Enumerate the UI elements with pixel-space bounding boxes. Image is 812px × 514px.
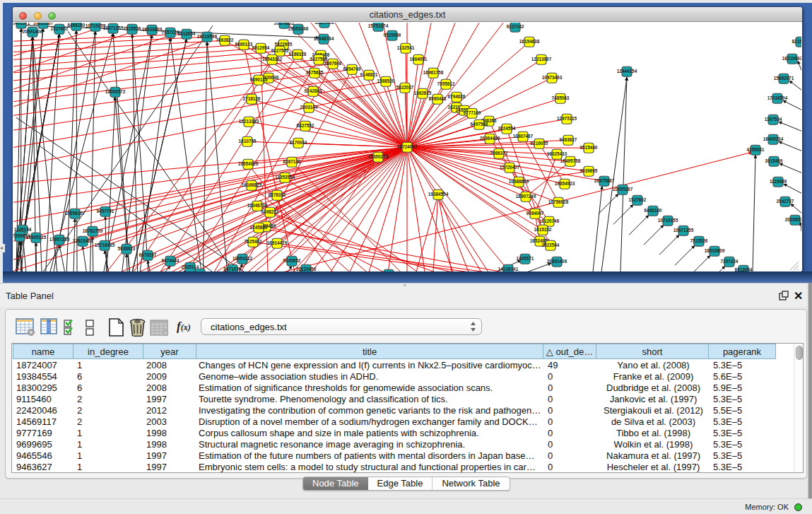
svg-text:12213967: 12213967 bbox=[531, 57, 552, 62]
svg-text:8660123: 8660123 bbox=[235, 42, 253, 47]
svg-text:6466160: 6466160 bbox=[68, 23, 86, 28]
svg-text:9039695: 9039695 bbox=[580, 168, 598, 173]
svg-text:25300275: 25300275 bbox=[368, 154, 389, 159]
svg-text:1167534: 1167534 bbox=[765, 117, 782, 122]
svg-text:7986372: 7986372 bbox=[490, 151, 508, 156]
svg-text:20691406: 20691406 bbox=[23, 29, 43, 34]
svg-text:15720407: 15720407 bbox=[500, 165, 520, 170]
svg-text:7625402: 7625402 bbox=[245, 239, 262, 244]
svg-text:1115689: 1115689 bbox=[770, 179, 787, 184]
svg-text:9242843: 9242843 bbox=[305, 88, 322, 93]
svg-text:5938923: 5938923 bbox=[118, 246, 136, 251]
svg-text:16961758: 16961758 bbox=[423, 70, 444, 75]
svg-text:17016504: 17016504 bbox=[767, 95, 788, 100]
svg-text:15692971: 15692971 bbox=[774, 76, 794, 81]
svg-text:2942737: 2942737 bbox=[777, 199, 794, 204]
svg-text:19166825: 19166825 bbox=[242, 182, 262, 187]
svg-text:9327505: 9327505 bbox=[271, 48, 289, 53]
svg-text:9474444: 9474444 bbox=[162, 258, 180, 263]
svg-text:12905135: 12905135 bbox=[26, 235, 47, 240]
svg-text:1362615: 1362615 bbox=[414, 90, 432, 95]
svg-text:1615152: 1615152 bbox=[534, 227, 552, 232]
svg-text:7663822: 7663822 bbox=[216, 37, 234, 42]
svg-text:9227342: 9227342 bbox=[507, 24, 524, 29]
svg-text:8990448: 8990448 bbox=[429, 96, 447, 101]
svg-text:10973493: 10973493 bbox=[542, 75, 563, 80]
svg-text:3675685: 3675685 bbox=[306, 70, 324, 75]
svg-text:8186328: 8186328 bbox=[289, 52, 307, 57]
svg-text:10046738: 10046738 bbox=[247, 203, 268, 208]
svg-text:16154838: 16154838 bbox=[519, 39, 540, 44]
svg-text:10807487: 10807487 bbox=[513, 134, 534, 139]
svg-text:7955812: 7955812 bbox=[437, 81, 455, 86]
svg-text:16033809: 16033809 bbox=[142, 27, 163, 32]
svg-text:12975115: 12975115 bbox=[557, 116, 577, 121]
svg-text:9515440: 9515440 bbox=[580, 145, 598, 150]
svg-text:4355061: 4355061 bbox=[747, 147, 765, 152]
svg-text:16409234: 16409234 bbox=[763, 136, 784, 141]
svg-text:10655267: 10655267 bbox=[613, 187, 633, 192]
svg-text:20876822: 20876822 bbox=[274, 23, 295, 25]
svg-text:6498222: 6498222 bbox=[261, 209, 279, 214]
svg-text:16543362: 16543362 bbox=[262, 57, 283, 62]
svg-text:18907249: 18907249 bbox=[516, 194, 536, 199]
svg-text:10958107: 10958107 bbox=[65, 211, 86, 216]
svg-text:8878332: 8878332 bbox=[269, 192, 286, 197]
svg-text:9777169: 9777169 bbox=[464, 110, 481, 115]
svg-text:10719155: 10719155 bbox=[658, 218, 678, 223]
svg-text:1527602: 1527602 bbox=[51, 26, 69, 31]
svg-text:8813054: 8813054 bbox=[178, 31, 196, 36]
svg-text:10025433: 10025433 bbox=[547, 151, 567, 156]
svg-text:6466160: 6466160 bbox=[645, 208, 662, 213]
svg-text:12444154: 12444154 bbox=[617, 69, 637, 74]
svg-text:9146821: 9146821 bbox=[360, 72, 378, 77]
svg-text:10688609: 10688609 bbox=[509, 179, 529, 184]
svg-text:16210643: 16210643 bbox=[782, 56, 801, 61]
svg-text:12923468: 12923468 bbox=[73, 238, 93, 243]
svg-text:6216055: 6216055 bbox=[531, 141, 548, 146]
svg-text:8912954: 8912954 bbox=[252, 45, 270, 50]
svg-text:8454749: 8454749 bbox=[343, 66, 361, 71]
svg-text:10655267: 10655267 bbox=[33, 23, 54, 25]
svg-text:7357224: 7357224 bbox=[721, 259, 739, 264]
svg-text:1610755: 1610755 bbox=[239, 139, 257, 144]
svg-text:1527602: 1527602 bbox=[629, 197, 647, 202]
svg-text:10654112: 10654112 bbox=[233, 256, 253, 261]
svg-text:10671355: 10671355 bbox=[103, 25, 124, 30]
svg-text:11353594: 11353594 bbox=[275, 175, 295, 180]
svg-text:15751074: 15751074 bbox=[368, 23, 389, 28]
svg-text:12093572: 12093572 bbox=[105, 89, 126, 94]
svg-text:18724007: 18724007 bbox=[397, 144, 418, 149]
svg-text:8215953: 8215953 bbox=[792, 39, 801, 44]
svg-text:6497568: 6497568 bbox=[471, 122, 488, 127]
svg-text:20691406: 20691406 bbox=[547, 259, 567, 264]
svg-text:8267130: 8267130 bbox=[283, 159, 301, 164]
svg-text:1405571: 1405571 bbox=[517, 256, 534, 261]
svg-text:1664091: 1664091 bbox=[410, 57, 428, 62]
svg-text:16495758: 16495758 bbox=[560, 158, 581, 163]
svg-text:29053346: 29053346 bbox=[288, 26, 309, 31]
svg-text:9457791: 9457791 bbox=[97, 209, 114, 214]
svg-text:20206576: 20206576 bbox=[785, 217, 801, 222]
svg-text:8827552: 8827552 bbox=[297, 123, 314, 128]
svg-text:9529966: 9529966 bbox=[384, 33, 401, 37]
svg-text:10648784: 10648784 bbox=[314, 36, 334, 41]
svg-text:1588520: 1588520 bbox=[377, 78, 395, 83]
svg-text:2803144: 2803144 bbox=[300, 105, 318, 110]
svg-text:9245652: 9245652 bbox=[283, 258, 301, 263]
svg-text:2522544: 2522544 bbox=[542, 243, 560, 247]
svg-text:3915489: 3915489 bbox=[765, 158, 783, 163]
svg-text:6794028: 6794028 bbox=[448, 94, 466, 99]
svg-text:7485063: 7485063 bbox=[552, 95, 570, 100]
svg-text:2718126: 2718126 bbox=[243, 96, 261, 101]
svg-text:15716485: 15716485 bbox=[95, 243, 115, 247]
svg-text:11123456: 11123456 bbox=[314, 23, 334, 25]
svg-text:19384554: 19384554 bbox=[428, 192, 449, 197]
svg-text:12213383: 12213383 bbox=[239, 119, 259, 124]
svg-text:3824554: 3824554 bbox=[498, 126, 516, 131]
svg-text:8170044: 8170044 bbox=[290, 140, 307, 145]
svg-text:20975887: 20975887 bbox=[594, 178, 615, 183]
svg-text:10671355: 10671355 bbox=[673, 228, 694, 233]
svg-text:6679197: 6679197 bbox=[139, 252, 157, 257]
svg-text:9890133: 9890133 bbox=[250, 77, 268, 82]
